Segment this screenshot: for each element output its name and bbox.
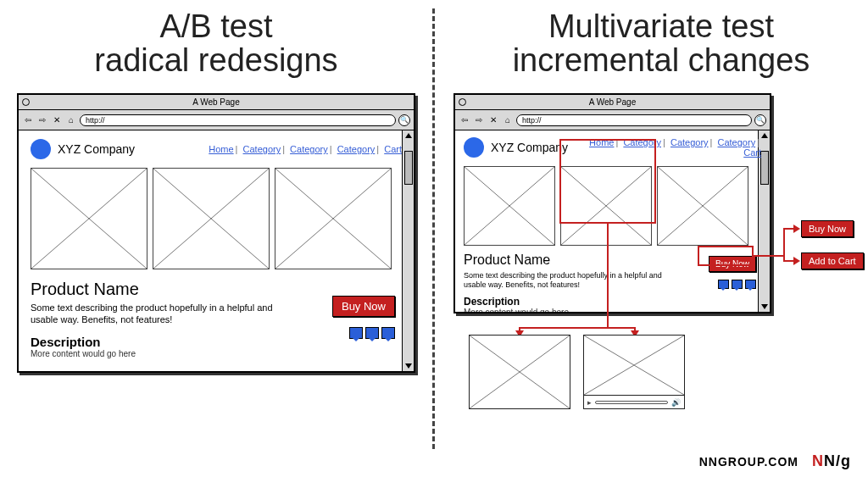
nav-link[interactable]: Category (337, 144, 376, 154)
left-section-title: A/B testradical redesigns (34, 10, 398, 78)
product-description-text: Some text describing the product hopeful… (31, 302, 291, 326)
url-bar[interactable]: http:// (80, 114, 396, 126)
forward-arrow-icon[interactable]: ⇨ (36, 114, 48, 126)
nav-link[interactable]: Cart (384, 144, 402, 154)
variant-arrow (754, 255, 784, 257)
stop-icon[interactable]: ✕ (487, 114, 499, 126)
window-title-text: A Web Page (589, 97, 636, 107)
play-icon[interactable]: ▸ (587, 398, 592, 407)
wireframe-browser-right: A Web Page ⇦ ⇨ ✕ ⌂ http:// 🔍 XYZ Company… (453, 93, 771, 313)
footer-site: NNGROUP.COM (699, 455, 798, 469)
description-more-text: More content would go here (31, 349, 402, 358)
browser-toolbar: ⇦ ⇨ ✕ ⌂ http:// 🔍 (455, 110, 770, 130)
window-titlebar: A Web Page (19, 95, 414, 110)
nav-link[interactable]: Category (290, 144, 328, 154)
social-icons (718, 280, 756, 289)
buy-now-button[interactable]: Buy Now (332, 296, 395, 317)
stop-icon[interactable]: ✕ (51, 114, 63, 126)
nav-link[interactable]: Category (670, 137, 709, 147)
page-content: XYZ Company Home| Category| Category| Ca… (455, 130, 770, 312)
comment-icon[interactable] (365, 327, 379, 339)
volume-icon[interactable]: 🔊 (671, 398, 681, 407)
product-description-text: Some text describing the product hopeful… (464, 271, 678, 291)
variant-arrow (519, 327, 609, 329)
arrowhead-icon (793, 225, 800, 233)
video-track[interactable] (595, 401, 668, 404)
company-name: XYZ Company (491, 141, 568, 154)
comment-icon[interactable] (732, 280, 743, 289)
variant-button-add-to-cart[interactable]: Add to Cart (801, 252, 864, 269)
company-logo-icon (464, 137, 484, 158)
company-name: XYZ Company (58, 142, 135, 156)
image-placeholder (657, 166, 748, 246)
buy-now-button[interactable]: Buy Now (709, 256, 756, 272)
back-arrow-icon[interactable]: ⇦ (459, 114, 470, 126)
description-heading: Description (31, 335, 402, 349)
window-title-text: A Web Page (192, 97, 239, 107)
browser-toolbar: ⇦ ⇨ ✕ ⌂ http:// 🔍 (19, 110, 414, 130)
search-icon[interactable]: 🔍 (398, 114, 410, 126)
arrowhead-icon (793, 257, 800, 265)
company-logo-icon (31, 139, 51, 159)
main-nav: Home| Category| Category| Category| Cart (142, 144, 402, 154)
home-icon[interactable]: ⌂ (502, 114, 514, 126)
window-button-icon (459, 98, 466, 106)
search-icon[interactable]: 🔍 (754, 114, 766, 126)
image-placeholder (31, 168, 147, 269)
social-icons (349, 327, 395, 339)
variant-arrow (607, 224, 609, 329)
image-placeholder (153, 168, 270, 269)
home-icon[interactable]: ⌂ (65, 114, 77, 126)
video-controls[interactable]: ▸ 🔊 (584, 395, 684, 408)
nng-logo: NN/g (812, 452, 851, 470)
footer-credit: NNGROUP.COM NN/g (699, 452, 851, 470)
nav-link[interactable]: Home (209, 144, 233, 154)
main-nav: Home| Category| Category| Category| Cart (575, 137, 761, 158)
forward-arrow-icon[interactable]: ⇨ (473, 114, 485, 126)
comment-icon[interactable] (349, 327, 363, 339)
nav-link[interactable]: Category (243, 144, 281, 154)
nav-link[interactable]: Category (623, 137, 661, 147)
variant-image-placeholder (469, 335, 570, 409)
variant-arrow (607, 327, 634, 329)
back-arrow-icon[interactable]: ⇦ (22, 114, 34, 126)
nav-link[interactable]: Category (718, 137, 756, 147)
comment-icon[interactable] (718, 280, 729, 289)
comment-icon[interactable] (381, 327, 395, 339)
image-placeholder (275, 168, 392, 269)
vertical-divider (432, 8, 435, 449)
right-section-title: Multivariate testincremental changes (470, 10, 852, 78)
variant-button-buy-now[interactable]: Buy Now (801, 220, 854, 237)
comment-icon[interactable] (745, 280, 756, 289)
url-bar[interactable]: http:// (516, 114, 752, 126)
variant-video-placeholder: ▸ 🔊 (583, 335, 685, 409)
image-placeholder (560, 166, 652, 246)
image-placeholder (464, 166, 555, 246)
description-heading: Description (464, 296, 761, 308)
nav-link[interactable]: Cart (743, 147, 761, 158)
wireframe-browser-left: A Web Page ⇦ ⇨ ✕ ⌂ http:// 🔍 XYZ Company… (17, 93, 415, 373)
variant-arrow (783, 228, 785, 262)
nav-link[interactable]: Home (589, 137, 614, 147)
diagram-canvas: A/B testradical redesigns Multivariate t… (0, 0, 868, 477)
page-content: XYZ Company Home| Category| Category| Ca… (19, 130, 414, 371)
description-more-text: More content would go here (464, 308, 761, 313)
window-titlebar: A Web Page (455, 95, 770, 110)
window-button-icon (22, 98, 30, 106)
